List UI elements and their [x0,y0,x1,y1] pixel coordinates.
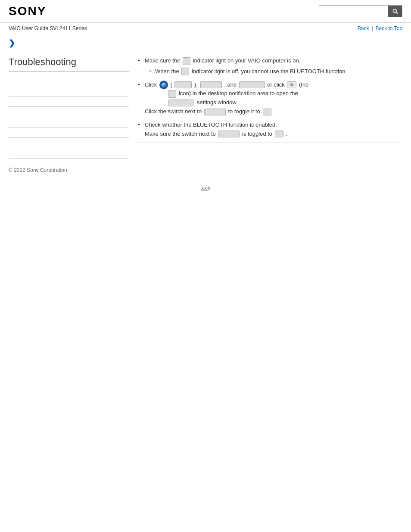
search-icon [392,8,399,15]
nav-separator: | [371,25,373,31]
breadcrumb-arrow[interactable]: ❯ [0,34,411,52]
bullet2-paren-close: ), [194,81,199,88]
bullet2-paren: ( [170,81,172,88]
copyright-text: © 2012 Sony Corporation [9,167,67,173]
bt-settings-icon: ⚙ [287,81,296,88]
on-image-2 [275,131,283,137]
content-divider [138,143,402,143]
content-area: Make sure the indicator light on your VA… [138,52,402,159]
sidebar-item-6[interactable] [9,128,129,138]
back-link[interactable]: Back [358,25,369,31]
pc-settings-label-image [168,100,194,106]
sidebar-item-1[interactable] [9,76,129,86]
sidebar-item-7[interactable] [9,138,129,148]
start-menu-image [174,81,192,88]
bullet3-text: Check whether the BLUETOOTH function is … [145,121,277,128]
sidebar-item-8[interactable] [9,148,129,159]
back-to-top-link[interactable]: Back to Top [376,25,402,31]
sidebar-item-2[interactable] [9,86,129,96]
guide-title: VAIO User Guide SVL2411 Series [9,25,87,31]
bullet2-line3: settings window. [145,99,238,106]
footer: © 2012 Sony Corporation [0,159,411,177]
sidebar-title: Troubleshooting [9,56,129,72]
sub-bullet-list: When the indicator light is off, you can… [149,67,402,76]
nav-links: Back | Back to Top [358,25,402,31]
settings-image [200,81,222,88]
bullet2-or: or click [267,81,286,88]
bullet2-line2: icon) in the desktop notification area t… [145,90,298,96]
bullet-item-3: Check whether the BLUETOOTH function is … [138,121,402,139]
bullet3-line2: Make sure the switch next to is toggled … [145,131,287,137]
sidebar-item-4[interactable] [9,107,129,117]
bullet2-the: (the [299,81,308,88]
bluetooth-indicator-image [183,57,190,65]
bullet2-click: Click [145,81,159,88]
on-image [263,109,271,115]
search-box [319,5,402,17]
bluetooth-switch-image-2 [218,131,240,137]
main-content: Troubleshooting Make sure the indicator … [0,52,411,159]
bullet-item-2: Click ( ), , and or click ⚙ (the icon) i… [138,81,402,116]
main-bullet-list: Make sure the indicator light on your VA… [138,56,402,138]
page-number: 442 [0,177,411,201]
bullet1-rest: indicator light on your VAIO computer is… [193,57,301,64]
bullet2-and: , and [224,81,238,88]
bluetooth-switch-image [204,109,226,115]
search-button[interactable] [388,6,402,17]
sub-bullet-text: When the [155,68,181,75]
sidebar-item-5[interactable] [9,117,129,128]
sidebar: Troubleshooting [9,52,138,159]
pc-settings-image [239,81,265,88]
bluetooth-indicator-image-2 [181,68,189,75]
bullet1-text: Make sure the [145,57,182,64]
bullet2-line4: Click the switch next to to toggle it to… [145,108,275,115]
sub-bullet-item-1: When the indicator light is off, you can… [149,67,402,76]
nav-bar: VAIO User Guide SVL2411 Series Back | Ba… [0,23,411,34]
bullet-item-1: Make sure the indicator light on your VA… [138,56,402,76]
settings-icon-image [168,90,176,98]
header: SONY [0,0,411,23]
sidebar-item-3[interactable] [9,96,129,107]
sub-bullet-rest: indicator light is off, you cannot use t… [192,68,347,75]
sony-logo: SONY [9,4,46,18]
search-input[interactable] [319,6,388,16]
windows-start-icon [159,81,168,89]
